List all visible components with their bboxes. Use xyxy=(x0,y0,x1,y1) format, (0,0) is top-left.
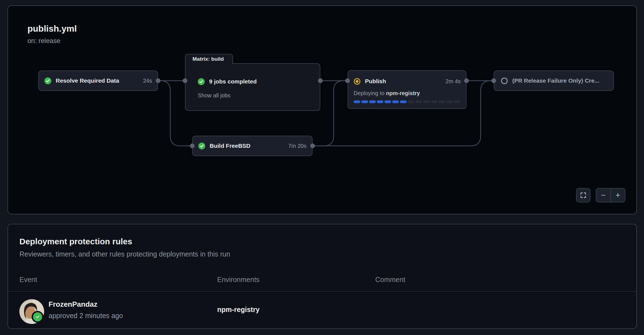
job-node-build-freebsd[interactable]: Build FreeBSD 7m 20s xyxy=(192,136,313,156)
fullscreen-button[interactable] xyxy=(576,188,590,202)
progress-segment xyxy=(384,100,391,103)
progress-segment xyxy=(415,100,422,103)
workflow-trigger: on: release xyxy=(27,37,60,44)
job-duration: 2m 4s xyxy=(446,78,461,85)
approval-status-text: approved 2 minutes ago xyxy=(49,312,123,319)
approver-username[interactable]: FrozenPandaz xyxy=(49,301,97,308)
minus-icon: − xyxy=(601,191,606,199)
progress-segment xyxy=(454,100,461,103)
column-header-event: Event xyxy=(19,276,37,283)
progress-segment xyxy=(392,100,399,103)
column-header-comment: Comment xyxy=(375,276,405,283)
progress-segment xyxy=(369,100,376,103)
progress-segment xyxy=(408,100,414,103)
rules-panel-title: Deployment protection rules xyxy=(19,237,132,246)
deploy-target-environment: npm-registry xyxy=(386,90,420,96)
progress-segment xyxy=(361,100,368,103)
job-node-label: Build FreeBSD xyxy=(210,143,250,149)
fullscreen-icon xyxy=(580,192,587,199)
job-duration: 24s xyxy=(143,78,152,84)
job-node-matrix-build[interactable]: 9 jobs completed Show all jobs xyxy=(185,63,320,111)
column-header-environments: Environments xyxy=(217,276,260,283)
workflow-graph-card: publish.yml on: release xyxy=(7,5,637,214)
check-circle-icon xyxy=(198,143,205,149)
workflow-title: publish.yml xyxy=(27,24,77,33)
progress-segment xyxy=(438,100,445,103)
row-environment: npm-registry xyxy=(217,306,260,313)
deploy-progress-bar xyxy=(354,100,461,103)
check-icon xyxy=(35,314,40,319)
matrix-tab-label: Matrix: build xyxy=(192,56,224,62)
progress-segment xyxy=(423,100,430,103)
progress-segment xyxy=(400,100,407,103)
check-circle-icon xyxy=(44,77,51,84)
plus-icon: + xyxy=(615,191,620,199)
check-circle-icon xyxy=(198,78,205,85)
job-node-label: (PR Release Failure Only) Cre... xyxy=(512,77,599,84)
table-header-divider xyxy=(8,291,636,292)
show-all-jobs-link[interactable]: Show all jobs xyxy=(198,92,314,100)
job-node-resolve-required-data[interactable]: Resolve Required Data 24s xyxy=(38,70,158,91)
zoom-in-button[interactable]: + xyxy=(611,189,625,202)
progress-segment xyxy=(446,100,453,103)
job-node-label: Resolve Required Data xyxy=(56,77,119,84)
progress-segment xyxy=(377,100,384,103)
job-duration: 7m 20s xyxy=(288,143,306,149)
job-node-label: Publish xyxy=(365,78,386,85)
deploy-prefix: Deploying to xyxy=(354,90,386,96)
zoom-controls: − + xyxy=(596,188,625,202)
matrix-summary-label: 9 jobs completed xyxy=(209,78,257,85)
progress-segment xyxy=(431,100,438,103)
approved-badge xyxy=(33,312,42,321)
zoom-out-button[interactable]: − xyxy=(596,189,610,202)
workflow-run-page: publish.yml on: release Resolve Required… xyxy=(0,0,644,335)
pending-circle-icon xyxy=(501,77,508,84)
job-node-publish[interactable]: Publish 2m 4s Deploying to npm-registry xyxy=(348,70,466,109)
progress-segment xyxy=(354,100,360,103)
deploy-status-text: Deploying to npm-registry xyxy=(354,90,461,97)
matrix-build-tab[interactable]: Matrix: build xyxy=(185,54,233,64)
in-progress-icon xyxy=(354,78,361,85)
rules-panel-subtitle: Reviewers, timers, and other rules prote… xyxy=(19,251,230,258)
job-node-pr-release-failure[interactable]: (PR Release Failure Only) Cre... xyxy=(494,70,614,91)
